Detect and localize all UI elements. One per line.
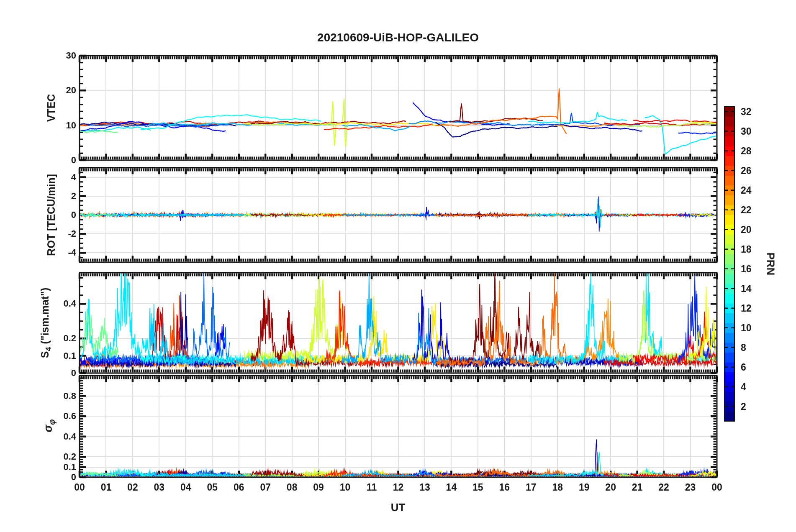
x-tick-label: 00 [67,482,92,493]
colorbar-label: PRN [764,253,777,276]
y-tick-label: 0.6 [43,411,76,422]
y-tick-label: 0.2 [43,451,76,462]
y-tick-label: 0 [43,472,76,483]
colorbar-tick-label: 20 [741,224,752,235]
x-tick-label: 16 [492,482,517,493]
y-tick-label: 0 [43,210,76,220]
x-tick-label: 23 [678,482,703,493]
x-tick-label: 19 [572,482,597,493]
x-tick-label: 04 [173,482,198,493]
y-tick-label: 0.1 [43,350,76,361]
colorbar-tick-label: 32 [741,106,752,117]
x-tick-label: 13 [412,482,437,493]
y-tick-label: 0 [43,368,76,379]
y-tick-label: 10 [43,120,76,131]
colorbar-tick-label: 24 [741,184,752,196]
x-axis-label: UT [391,501,406,514]
x-tick-label: 18 [545,482,570,493]
x-tick-label: 03 [146,482,172,493]
colorbar-tick-label: 10 [741,322,752,333]
y-tick-label: 0.1 [43,462,76,473]
colorbar-tick-label: 6 [741,361,746,373]
colorbar-tick-label: 4 [741,381,746,392]
y-tick-label: 0 [43,155,76,166]
y-axis-label-vtec: VTEC [45,94,57,122]
x-tick-label: 06 [226,482,252,493]
x-tick-label: 09 [306,482,331,493]
x-tick-label: 00 [704,482,729,493]
x-tick-label: 20 [598,482,623,493]
x-tick-label: 14 [439,482,464,493]
y-tick-label: 0.4 [43,298,76,309]
x-tick-label: 11 [359,482,384,493]
x-tick-label: 17 [519,482,544,493]
x-tick-label: 15 [465,482,490,493]
x-tick-label: 01 [93,482,118,493]
x-tick-label: 02 [120,482,145,493]
colorbar-tick-label: 16 [741,263,752,274]
y-tick-label: -2 [43,228,76,239]
y-tick-label: 20 [43,85,76,96]
x-tick-label: 12 [386,482,411,493]
colorbar-tick-label: 8 [741,342,746,353]
colorbar-tick-label: 2 [741,401,746,412]
colorbar-tick-label: 26 [741,165,752,176]
y-tick-label: 2 [43,191,76,202]
y-tick-label: 0.4 [43,431,76,442]
x-tick-label: 10 [333,482,358,493]
y-tick-label: 30 [43,50,76,61]
y-tick-label: 4 [43,172,76,183]
y-tick-label: 0.2 [43,333,76,344]
scintillation-chart-canvas [0,0,796,532]
chart-title: 20210609-UiB-HOP-GALILEO [317,31,479,44]
colorbar-tick-label: 12 [741,302,752,314]
x-tick-label: 21 [625,482,650,493]
x-tick-label: 05 [200,482,225,493]
colorbar-tick-label: 14 [741,283,752,294]
colorbar-tick-label: 30 [741,125,752,137]
colorbar-tick-label: 28 [741,145,752,156]
x-tick-label: 22 [651,482,676,493]
y-tick-label: 0.8 [43,391,76,402]
figure: 20210609-UiB-HOP-GALILEO VTEC ROT [TECU/… [0,0,796,532]
x-tick-label: 08 [280,482,305,493]
y-tick-label: -4 [43,247,76,258]
colorbar-tick-label: 22 [741,204,752,215]
x-tick-label: 07 [253,482,278,493]
colorbar-tick-label: 18 [741,243,752,255]
